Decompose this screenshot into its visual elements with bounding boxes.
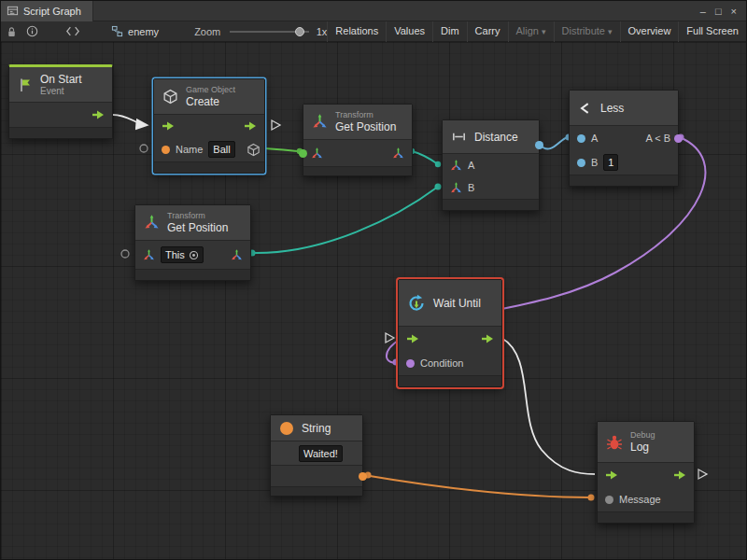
node-footer	[9, 127, 112, 138]
graph-toolbar: enemy Zoom 1x Relations Values Dim Carry…	[1, 21, 746, 42]
distance-output-port[interactable]	[535, 141, 543, 149]
maximize-button[interactable]: □	[715, 1, 722, 21]
zoom-slider-handle[interactable]	[295, 27, 304, 36]
node-footer	[598, 511, 694, 523]
chevron-down-icon: ▾	[542, 27, 546, 36]
values-button[interactable]: Values	[386, 21, 432, 42]
node-header: Game Object Create	[154, 79, 264, 115]
node-title: Log	[630, 441, 655, 454]
node-distance[interactable]: Distance A B	[442, 119, 540, 211]
flow-out-port[interactable]	[92, 109, 105, 120]
gameobject-output-port[interactable]	[247, 143, 261, 157]
string-value-field[interactable]: Waited!	[299, 445, 343, 462]
node-get-position-left[interactable]: Transform Get Position This	[134, 204, 251, 281]
close-button[interactable]: ×	[731, 1, 737, 21]
align-label: Align	[516, 25, 539, 36]
flow-in-port[interactable]	[406, 333, 419, 344]
axis-icon[interactable]	[450, 160, 462, 172]
flow-out-port[interactable]	[481, 333, 494, 344]
chevron-down-icon: ▾	[608, 27, 613, 36]
flow-in-port[interactable]	[162, 120, 175, 132]
name-input-port[interactable]	[162, 146, 170, 154]
port-b-label: B	[468, 182, 474, 193]
target-picker-icon[interactable]	[189, 250, 199, 260]
b-value-field[interactable]: 1	[603, 154, 618, 171]
string-output-port[interactable]	[359, 472, 367, 481]
message-input-port[interactable]	[605, 496, 613, 504]
value-port-circle	[140, 145, 148, 152]
result-output-port[interactable]	[674, 134, 683, 143]
string-icon	[279, 421, 294, 436]
window-title: Script Graph	[23, 6, 81, 17]
zoom-value: 1x	[317, 26, 328, 37]
relations-button[interactable]: Relations	[327, 21, 386, 42]
node-title: Distance	[474, 131, 518, 144]
distribute-dropdown[interactable]: Distribute▾	[554, 21, 620, 42]
graph-name: enemy	[128, 26, 159, 37]
node-get-position-top[interactable]: Transform Get Position	[303, 104, 413, 176]
overview-button[interactable]: Overview	[620, 21, 679, 42]
info-icon[interactable]	[21, 21, 42, 42]
node-header: Transform Get Position	[303, 105, 412, 140]
node-header: Distance	[443, 120, 539, 154]
node-header: String	[271, 415, 362, 441]
minimize-button[interactable]: –	[700, 1, 706, 21]
port-a-label: A	[468, 160, 474, 171]
zoom-slider[interactable]	[230, 21, 308, 42]
node-debug-log[interactable]: Debug Log Message	[597, 421, 695, 524]
node-on-start[interactable]: On Start Event	[8, 64, 113, 139]
transform-input-port[interactable]	[299, 149, 307, 158]
node-category: Transform	[167, 211, 228, 221]
flow-in-port[interactable]	[605, 469, 618, 481]
edge-endpoint-dot	[435, 184, 442, 190]
flow-port-triangle	[272, 120, 280, 130]
node-title: Get Position	[167, 221, 228, 234]
position-output-port[interactable]	[392, 147, 404, 160]
node-wait-until[interactable]: Wait Until Condition	[398, 279, 502, 387]
edge-endpoint-dot	[435, 161, 441, 167]
align-dropdown[interactable]: Align▾	[508, 21, 554, 42]
node-title: String	[302, 422, 331, 435]
distance-icon	[451, 129, 467, 145]
node-footer	[135, 269, 250, 280]
b-input-port[interactable]	[577, 159, 585, 167]
lock-icon[interactable]	[1, 21, 21, 42]
name-field[interactable]: Ball	[208, 141, 234, 158]
result-label: A < B	[645, 133, 670, 144]
condition-input-port[interactable]	[406, 359, 415, 368]
a-input-port[interactable]	[577, 134, 585, 143]
node-title: Get Position	[335, 120, 396, 133]
target-value: This	[165, 248, 185, 261]
graph-canvas[interactable]: On Start Event Game Object Create	[1, 42, 747, 560]
axis-icon[interactable]	[143, 249, 155, 261]
flow-port-triangle	[698, 469, 707, 479]
condition-label: Condition	[420, 357, 463, 369]
node-header: Transform Get Position	[135, 205, 250, 241]
edge-getposition-to-distance-a	[412, 151, 438, 164]
full-screen-button[interactable]: Full Screen	[678, 21, 746, 42]
node-category: Transform	[335, 110, 396, 120]
dim-button[interactable]: Dim	[432, 21, 467, 42]
axis-icon[interactable]	[450, 182, 462, 194]
code-icon[interactable]	[63, 21, 83, 42]
transform-icon	[144, 215, 160, 231]
value-port-circle	[121, 250, 129, 258]
flow-out-port[interactable]	[673, 469, 686, 481]
carry-button[interactable]: Carry	[467, 21, 508, 42]
distribute-label: Distribute	[562, 25, 605, 36]
node-create[interactable]: Game Object Create Name Ball	[153, 78, 265, 174]
edge-wait-to-debug	[501, 338, 595, 474]
edge-string-to-debug-message	[364, 475, 590, 497]
port-b-label: B	[591, 157, 598, 168]
node-footer	[443, 199, 539, 210]
position-output-port[interactable]	[231, 249, 243, 261]
tab-script-graph[interactable]: Script Graph	[1, 1, 93, 21]
node-string[interactable]: String Waited!	[270, 414, 363, 497]
target-field[interactable]: This	[161, 246, 204, 263]
edge-distance-to-less	[540, 137, 568, 149]
node-less[interactable]: Less A A < B B 1	[569, 90, 679, 187]
graph-asset-button[interactable]: enemy	[111, 25, 159, 37]
flow-out-port[interactable]	[244, 120, 257, 132]
flow-port-triangle	[386, 333, 394, 343]
node-subtitle: Event	[40, 86, 82, 97]
